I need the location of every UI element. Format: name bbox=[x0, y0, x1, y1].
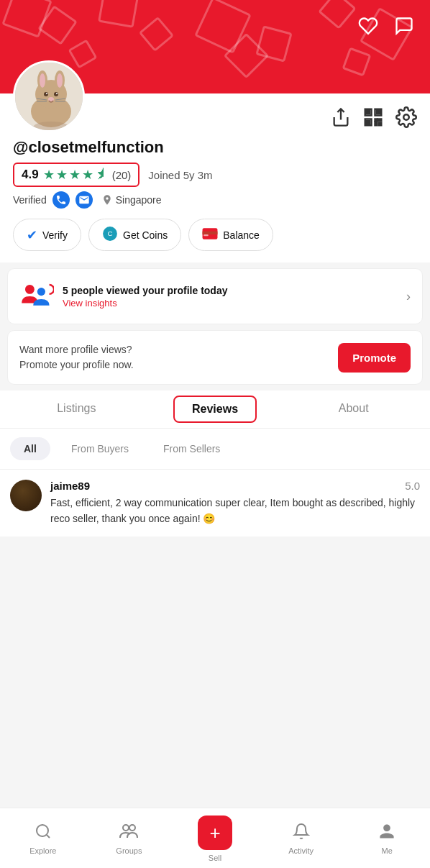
groups-svg bbox=[119, 823, 138, 840]
filter-sellers[interactable]: From Sellers bbox=[150, 437, 234, 460]
svg-rect-33 bbox=[203, 234, 209, 236]
qr-button[interactable] bbox=[362, 106, 384, 128]
star-3: ★ bbox=[69, 167, 81, 183]
action-buttons: ✔ Verify C Get Coins Balance bbox=[13, 219, 417, 251]
avatar-image bbox=[15, 63, 85, 132]
svg-point-34 bbox=[25, 285, 35, 294]
get-coins-button[interactable]: C Get Coins bbox=[88, 219, 181, 251]
email-verify-icon bbox=[76, 191, 93, 209]
svg-rect-23 bbox=[367, 121, 370, 124]
review-item: jaime89 5.0 Fast, efficient, 2 way commu… bbox=[10, 480, 420, 526]
share-button[interactable] bbox=[331, 107, 351, 127]
location-icon bbox=[101, 194, 113, 206]
svg-rect-21 bbox=[367, 111, 370, 114]
nav-activity[interactable]: Activity bbox=[258, 816, 344, 861]
filter-buyers[interactable]: From Buyers bbox=[58, 437, 142, 460]
svg-point-10 bbox=[56, 93, 58, 94]
promote-line1: Want more profile views? bbox=[19, 342, 134, 357]
star-half: ⯨ bbox=[95, 167, 108, 183]
person-icon bbox=[378, 823, 395, 844]
qr-icon bbox=[362, 106, 384, 128]
settings-icon bbox=[395, 106, 417, 128]
sell-plus-icon: + bbox=[209, 823, 220, 842]
message-button[interactable] bbox=[391, 13, 417, 39]
location-row: Singapore bbox=[101, 194, 162, 206]
review-score: 5.0 bbox=[405, 480, 420, 492]
views-subtitle[interactable]: View insights bbox=[63, 298, 398, 309]
verify-icon: ✔ bbox=[27, 227, 37, 243]
svg-point-6 bbox=[57, 73, 63, 88]
heart-button[interactable] bbox=[355, 13, 381, 39]
balance-svg bbox=[202, 226, 218, 242]
review-text: Fast, efficient, 2 way communication sup… bbox=[50, 495, 420, 526]
header-action-icons bbox=[355, 13, 417, 39]
explore-label: Explore bbox=[29, 846, 56, 855]
views-arrow-icon: › bbox=[406, 289, 411, 304]
avatar-row bbox=[13, 93, 417, 132]
profile-action-icons bbox=[331, 106, 417, 132]
me-label: Me bbox=[382, 846, 393, 855]
people-icon bbox=[19, 279, 54, 314]
svg-rect-22 bbox=[377, 111, 380, 114]
svg-rect-27 bbox=[379, 123, 382, 126]
star-4: ★ bbox=[82, 167, 93, 183]
tab-listings[interactable]: Listings bbox=[7, 390, 146, 428]
tab-reviews[interactable]: Reviews bbox=[173, 396, 257, 423]
rating-row: 4.9 ★ ★ ★ ★ ⯨ (20) Joined 5y 3m bbox=[13, 163, 417, 187]
location-text: Singapore bbox=[116, 194, 162, 206]
activity-label: Activity bbox=[288, 846, 314, 855]
nav-explore[interactable]: Explore bbox=[0, 816, 86, 861]
svg-point-9 bbox=[46, 93, 47, 94]
review-count: (20) bbox=[112, 169, 132, 181]
coins-svg: C bbox=[102, 226, 118, 242]
review-content: jaime89 5.0 Fast, efficient, 2 way commu… bbox=[50, 480, 420, 526]
bell-icon bbox=[293, 823, 310, 840]
views-banner[interactable]: 5 people viewed your profile today View … bbox=[7, 268, 423, 324]
verify-label: Verify bbox=[42, 229, 68, 241]
get-coins-label: Get Coins bbox=[123, 229, 168, 241]
tabs: Listings Reviews About bbox=[0, 390, 430, 429]
coins-icon: C bbox=[102, 226, 118, 244]
nav-sell[interactable]: + Sell bbox=[172, 808, 258, 868]
svg-rect-25 bbox=[378, 119, 381, 122]
message-icon bbox=[394, 16, 414, 36]
rating-box: 4.9 ★ ★ ★ ★ ⯨ (20) bbox=[13, 163, 139, 187]
verified-label: Verified bbox=[13, 194, 47, 206]
svg-point-37 bbox=[123, 825, 129, 831]
profile-section: @closetmelfunction 4.9 ★ ★ ★ ★ ⯨ (20) Jo… bbox=[0, 93, 430, 262]
svg-rect-24 bbox=[375, 119, 378, 122]
phone-icon bbox=[55, 194, 67, 206]
heart-icon bbox=[358, 16, 378, 36]
activity-icon bbox=[293, 823, 310, 844]
nav-groups[interactable]: Groups bbox=[86, 816, 173, 861]
promote-button[interactable]: Promote bbox=[338, 343, 411, 373]
svg-point-5 bbox=[40, 73, 45, 88]
bottom-nav: Explore Groups + Sell Activity bbox=[0, 808, 430, 868]
balance-button[interactable]: Balance bbox=[188, 219, 273, 251]
phone-verify-icon bbox=[52, 191, 70, 209]
sell-circle: + bbox=[198, 816, 232, 850]
svg-point-28 bbox=[403, 114, 409, 120]
stars: ★ ★ ★ ★ ⯨ bbox=[43, 167, 108, 183]
svg-rect-32 bbox=[203, 232, 218, 234]
nav-me[interactable]: Me bbox=[344, 816, 430, 861]
star-2: ★ bbox=[56, 167, 68, 183]
settings-button[interactable] bbox=[395, 106, 417, 128]
svg-point-38 bbox=[129, 825, 135, 831]
tab-about[interactable]: About bbox=[284, 390, 423, 428]
email-icon bbox=[78, 194, 90, 206]
balance-icon bbox=[202, 226, 218, 244]
verify-button[interactable]: ✔ Verify bbox=[13, 219, 81, 251]
svg-point-7 bbox=[44, 92, 48, 96]
verified-row: Verified Singapore bbox=[13, 191, 417, 209]
reviewer-name: jaime89 bbox=[50, 480, 90, 492]
filter-all[interactable]: All bbox=[10, 437, 50, 460]
views-title: 5 people viewed your profile today bbox=[63, 285, 398, 296]
promote-banner: Want more profile views? Promote your pr… bbox=[7, 330, 423, 385]
sell-label: Sell bbox=[209, 854, 221, 862]
svg-rect-26 bbox=[375, 122, 378, 125]
filter-row: All From Buyers From Sellers bbox=[0, 429, 430, 470]
joined-text: Joined 5y 3m bbox=[148, 169, 212, 181]
search-icon bbox=[35, 823, 52, 840]
rating-number: 4.9 bbox=[22, 168, 39, 182]
